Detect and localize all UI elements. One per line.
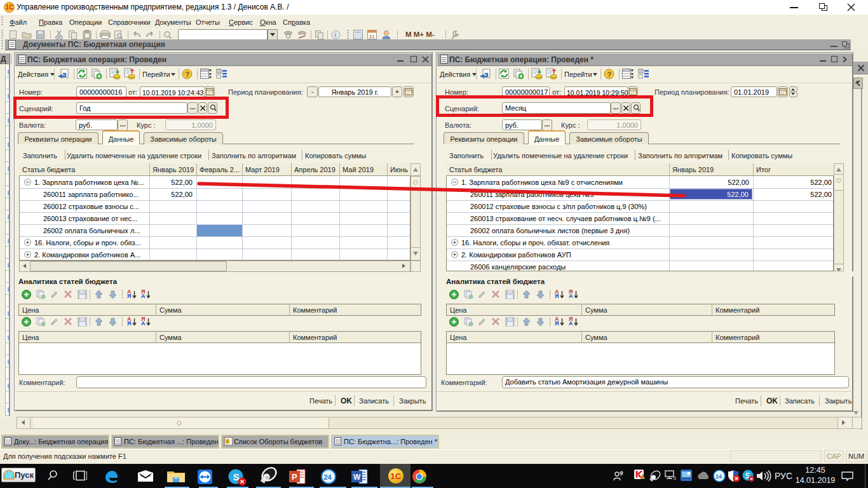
- svg-text:P: P: [292, 472, 297, 482]
- svg-text:1C: 1C: [6, 4, 14, 11]
- svg-text:i: i: [335, 32, 337, 38]
- svg-text:24: 24: [715, 473, 722, 480]
- svg-text:?: ?: [607, 71, 612, 78]
- svg-text:31: 31: [369, 34, 375, 39]
- svg-text:?: ?: [186, 71, 190, 78]
- svg-text:W: W: [353, 473, 361, 482]
- svg-text:!: !: [642, 475, 643, 480]
- svg-text:1С: 1С: [391, 471, 402, 481]
- svg-text:24: 24: [324, 473, 332, 481]
